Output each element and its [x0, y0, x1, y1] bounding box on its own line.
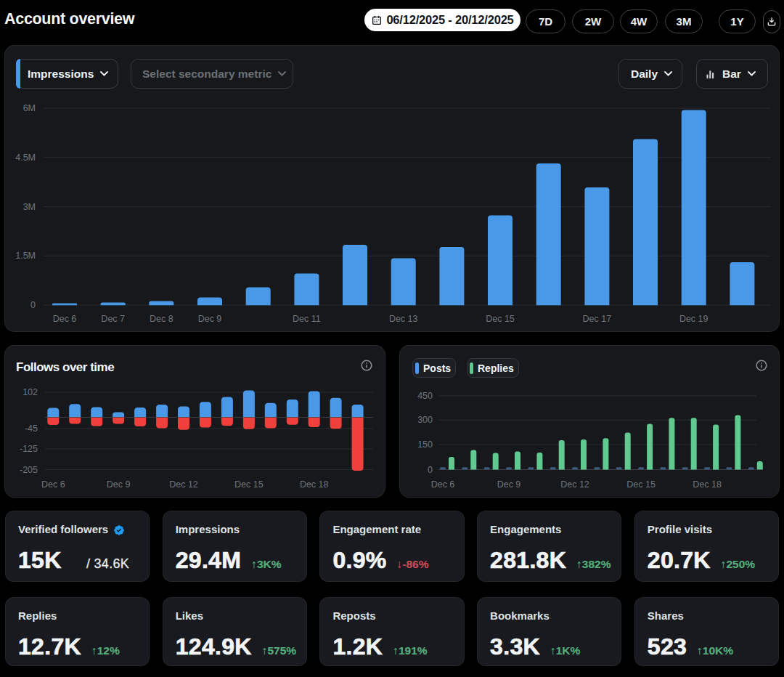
svg-text:1.5M: 1.5M [15, 251, 36, 261]
svg-text:-125: -125 [20, 444, 38, 454]
svg-text:Dec 19: Dec 19 [679, 314, 709, 324]
svg-text:Dec 12: Dec 12 [560, 479, 589, 490]
svg-text:Dec 7: Dec 7 [101, 314, 125, 324]
svg-text:-205: -205 [20, 465, 38, 475]
svg-text:6M: 6M [23, 103, 36, 113]
svg-text:-45: -45 [25, 423, 38, 434]
svg-text:Dec 8: Dec 8 [150, 314, 173, 324]
svg-text:Dec 15: Dec 15 [486, 314, 515, 324]
svg-text:4.5M: 4.5M [15, 153, 36, 163]
svg-text:Dec 6: Dec 6 [41, 479, 65, 490]
svg-text:Dec 12: Dec 12 [169, 479, 198, 490]
svg-text:3M: 3M [23, 202, 36, 212]
svg-text:0: 0 [428, 465, 433, 475]
svg-text:0: 0 [30, 300, 36, 310]
svg-text:150: 150 [417, 439, 433, 450]
svg-text:Dec 9: Dec 9 [107, 479, 131, 490]
svg-text:Dec 11: Dec 11 [293, 314, 321, 324]
svg-text:Dec 6: Dec 6 [431, 479, 455, 490]
svg-text:Dec 15: Dec 15 [626, 479, 656, 490]
svg-text:Dec 18: Dec 18 [693, 479, 722, 490]
svg-text:450: 450 [417, 391, 433, 401]
svg-text:Dec 9: Dec 9 [198, 314, 222, 324]
svg-text:102: 102 [23, 387, 38, 397]
svg-text:Dec 17: Dec 17 [583, 314, 612, 324]
svg-text:Dec 13: Dec 13 [389, 314, 418, 324]
svg-text:Dec 6: Dec 6 [53, 314, 77, 324]
svg-text:Dec 15: Dec 15 [234, 479, 264, 490]
svg-text:Dec 18: Dec 18 [300, 479, 329, 490]
svg-text:Dec 9: Dec 9 [497, 479, 521, 490]
svg-text:300: 300 [417, 415, 433, 425]
